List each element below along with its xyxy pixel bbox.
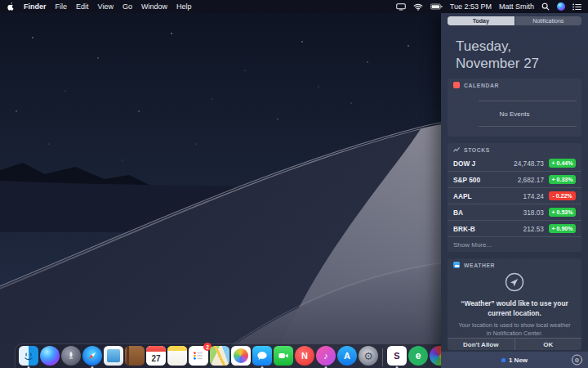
stock-symbol: AAPL	[453, 192, 472, 200]
itunes-note-glyph: ♪	[323, 351, 328, 361]
dock-siri[interactable]	[40, 346, 60, 366]
stock-symbol: S&P 500	[453, 176, 480, 184]
notification-center: Today Notifications Tuesday, November 27…	[441, 13, 588, 368]
dock-mail[interactable]	[104, 346, 123, 366]
notification-settings-icon[interactable]: ⚙	[572, 355, 582, 366]
calendar-separator	[479, 101, 577, 101]
tab-today[interactable]: Today	[448, 16, 514, 25]
weather-widget-icon	[453, 262, 460, 268]
dock-safari[interactable]	[82, 346, 102, 366]
desktop: Finder File Edit View Go Window Help Tue…	[0, 0, 588, 368]
apple-menu-icon[interactable]	[7, 2, 15, 11]
appstore-letter: A	[344, 351, 350, 361]
stock-change-badge: + 0.33%	[549, 175, 576, 184]
battery-icon[interactable]	[430, 3, 443, 10]
location-permission-title: “Weather” would like to use your current…	[456, 299, 573, 318]
stock-row[interactable]: S&P 500 2,682.17 + 0.33%	[448, 171, 581, 187]
dock-news[interactable]: N	[295, 346, 314, 366]
menu-bar-clock[interactable]: Tue 2:53 PM	[450, 2, 492, 11]
evernote-letter: e	[416, 350, 421, 361]
stock-change-badge: + 0.90%	[549, 224, 576, 233]
weather-widget: WEATHER “Weather” would like to use your…	[448, 258, 581, 350]
notification-center-icon[interactable]	[572, 3, 581, 11]
stocks-widget: STOCKS DOW J 24,748.73 + 0.44% S&P 500 2…	[448, 143, 581, 252]
dock-app-store[interactable]: A	[337, 346, 357, 366]
dock-reminders[interactable]: 2	[189, 346, 208, 366]
dock-notes[interactable]	[167, 346, 187, 366]
notification-center-tabs: Today Notifications	[448, 16, 581, 25]
news-letter: N	[301, 351, 308, 361]
dock: 27 2 N ♪ A ⚙ S e	[15, 343, 462, 368]
menu-file[interactable]: File	[56, 2, 68, 11]
new-notifications-dot	[501, 358, 506, 362]
stock-price: 174.24	[523, 192, 544, 200]
stock-row[interactable]: BA 318.03 + 0.53%	[448, 204, 581, 220]
stocks-show-more[interactable]: Show More...	[448, 236, 581, 252]
stock-symbol: BA	[453, 209, 463, 217]
new-notifications-count[interactable]: 1 New	[509, 357, 528, 364]
ok-button[interactable]: OK	[514, 339, 582, 350]
menu-window[interactable]: Window	[141, 2, 167, 11]
dock-messages[interactable]	[252, 346, 272, 366]
menu-go[interactable]: Go	[122, 2, 132, 11]
dock-launchpad[interactable]	[61, 346, 81, 366]
menu-edit[interactable]: Edit	[76, 2, 89, 11]
wifi-icon[interactable]	[413, 3, 423, 11]
dock-slack[interactable]: S	[387, 346, 407, 366]
mail-stamp-graphic	[107, 349, 120, 362]
calendar-separator	[479, 126, 577, 127]
stock-change-badge: + 0.53%	[549, 208, 576, 217]
calendar-widget-title: CALENDAR	[464, 83, 499, 88]
dock-facetime[interactable]	[274, 346, 293, 366]
stock-price: 24,748.73	[514, 159, 544, 168]
dock-system-preferences[interactable]: ⚙	[359, 346, 378, 366]
stock-change-badge: - 0.22%	[549, 191, 576, 200]
calendar-widget: CALENDAR No Events	[448, 79, 581, 137]
slack-letter: S	[394, 351, 399, 361]
display-mirroring-icon[interactable]	[396, 3, 406, 11]
stock-price: 212.53	[523, 225, 544, 233]
menu-help[interactable]: Help	[176, 2, 192, 11]
menu-view[interactable]: View	[98, 2, 114, 11]
dock-finder[interactable]	[19, 346, 38, 366]
date-line-1: Tuesday,	[456, 38, 588, 55]
menu-bar-user[interactable]: Matt Smith	[499, 2, 534, 11]
notification-center-footer: 1 New ⚙	[441, 351, 588, 368]
gear-icon: ⚙	[363, 350, 373, 362]
menu-finder[interactable]: Finder	[24, 2, 47, 11]
dock-itunes[interactable]: ♪	[316, 346, 336, 366]
weather-widget-title: WEATHER	[464, 263, 495, 268]
menu-bar: Finder File Edit View Go Window Help Tue…	[0, 0, 588, 13]
location-permission-body: Your location is used to show local weat…	[456, 321, 573, 338]
dock-calendar[interactable]: 27	[146, 346, 166, 366]
dock-maps[interactable]	[210, 346, 229, 366]
dock-evernote[interactable]: e	[408, 346, 428, 366]
stock-row[interactable]: BRK-B 212.53 + 0.90%	[448, 220, 581, 236]
spotlight-search-icon[interactable]	[541, 2, 550, 11]
siri-menu-icon[interactable]	[557, 2, 565, 11]
stock-price: 2,682.17	[518, 176, 544, 184]
date-line-2: November 27	[456, 55, 588, 72]
stock-symbol: BRK-B	[453, 225, 475, 233]
dock-contacts[interactable]	[125, 346, 145, 366]
calendar-empty-label: No Events	[448, 110, 581, 118]
stocks-widget-title: STOCKS	[464, 147, 490, 153]
today-date: Tuesday, November 27	[456, 38, 588, 72]
dock-photos[interactable]	[231, 346, 251, 366]
stock-row[interactable]: DOW J 24,748.73 + 0.44%	[448, 155, 581, 171]
photos-pinwheel-graphic	[234, 348, 248, 363]
tab-notifications[interactable]: Notifications	[515, 16, 582, 25]
calendar-widget-icon	[453, 82, 460, 88]
stock-symbol: DOW J	[453, 159, 475, 168]
stock-change-badge: + 0.44%	[549, 159, 576, 168]
dock-divider	[382, 348, 383, 366]
dock-calendar-day: 27	[151, 354, 160, 363]
dont-allow-button[interactable]: Don't Allow	[448, 339, 514, 350]
stock-row[interactable]: AAPL 174.24 - 0.22%	[448, 187, 581, 204]
location-arrow-icon	[505, 272, 524, 292]
stock-price: 318.03	[523, 209, 544, 217]
stocks-widget-icon	[453, 146, 460, 153]
